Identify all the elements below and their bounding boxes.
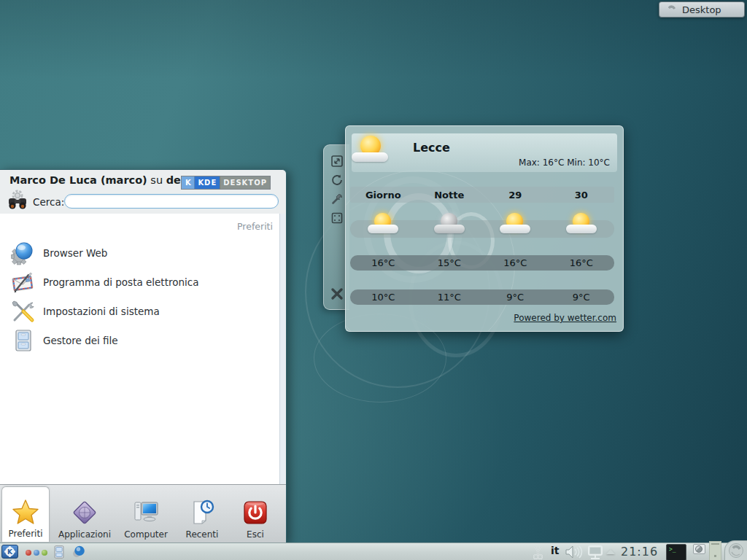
star-icon xyxy=(12,498,39,526)
favorite-item-label: Gestore dei file xyxy=(43,335,118,346)
kde-desktop-badge: K KDE DESKTOP xyxy=(181,176,271,190)
sun-cloud-icon xyxy=(498,211,532,238)
high-temp: 16°C xyxy=(549,257,615,268)
kde-badge-text: KDE xyxy=(195,176,220,189)
recent-document-clock-icon xyxy=(188,499,216,526)
applications-diamond-icon xyxy=(71,499,98,526)
computer-monitor-icon xyxy=(132,499,160,526)
tab-label: Esci xyxy=(247,529,264,540)
weather-col: Notte xyxy=(417,190,483,201)
kickoff-tab-bar: Preferiti Applicazioni xyxy=(0,484,286,542)
configure-wrench-icon[interactable] xyxy=(330,192,344,206)
section-header: Preferiti xyxy=(237,221,273,232)
favorite-item-filemanager[interactable]: Gestore dei file xyxy=(0,326,280,355)
sun-cloud-icon xyxy=(352,133,390,166)
low-temp: 11°C xyxy=(417,292,483,303)
weather-low-temps: 10°C 11°C 9°C 9°C xyxy=(350,289,614,305)
plasma-cashew-icon xyxy=(666,4,677,15)
kmail-envelope-icon xyxy=(11,270,36,295)
tab-label: Computer xyxy=(124,529,168,540)
konsole-terminal-icon[interactable]: >_ xyxy=(666,544,686,560)
favorite-item-mail[interactable]: Programma di posta elettronica xyxy=(0,268,280,297)
favorite-item-label: Impostazioni di sistema xyxy=(43,306,160,317)
file-manager-cabinet-icon xyxy=(11,328,36,353)
title-separator: su xyxy=(150,174,163,186)
resize-icon[interactable] xyxy=(330,155,344,168)
weather-high-temps: 16°C 15°C 16°C 16°C xyxy=(350,255,614,271)
tab-label: Recenti xyxy=(186,529,219,540)
favorite-item-browser[interactable]: Browser Web xyxy=(0,238,280,268)
kickoff-favorites-list: Preferiti xyxy=(0,214,285,486)
weather-column-headers: Giorno Notte 29 30 xyxy=(350,187,614,203)
quicklaunch-red-icon[interactable] xyxy=(26,550,31,556)
desktop-toolbox[interactable]: Desktop xyxy=(659,1,745,18)
search-label: Cerca: xyxy=(33,196,64,208)
panel-cashew-icon[interactable] xyxy=(724,540,747,560)
kde-k-menu-button[interactable]: K xyxy=(1,545,18,559)
tab-applicazioni[interactable]: Applicazioni xyxy=(56,487,113,542)
weather-tray-icon[interactable]: °C xyxy=(691,543,707,560)
keyboard-layout-indicator[interactable]: it xyxy=(551,545,560,556)
weather-city: Lecce xyxy=(413,141,450,155)
high-temp: 15°C xyxy=(417,257,483,268)
power-icon xyxy=(241,499,269,526)
svg-text:K: K xyxy=(7,548,13,556)
high-temp: 16°C xyxy=(482,257,549,268)
close-icon[interactable] xyxy=(330,287,344,301)
tab-esci[interactable]: Esci xyxy=(233,487,278,542)
klipper-scissors-icon[interactable] xyxy=(530,545,546,560)
weather-maxmin: Max: 16°C Min: 10°C xyxy=(519,158,610,168)
tray-expand-arrow-icon[interactable] xyxy=(606,549,615,554)
kde-badge-icon: K xyxy=(182,176,195,189)
sun-cloud-icon xyxy=(366,211,400,238)
tab-computer[interactable]: Computer xyxy=(119,487,173,542)
quicklaunch-blue-icon[interactable] xyxy=(34,550,39,556)
digital-clock[interactable]: 21:16 xyxy=(621,545,658,559)
tab-recenti[interactable]: Recenti xyxy=(177,487,227,542)
rotate-icon[interactable] xyxy=(330,174,344,187)
network-monitor-icon[interactable] xyxy=(587,545,604,559)
user-name: Marco De Luca (marco) xyxy=(9,174,147,186)
low-temp: 9°C xyxy=(482,292,549,303)
search-input[interactable] xyxy=(64,194,279,209)
weather-widget: Lecce Max: 16°C Min: 10°C Giorno Notte 2… xyxy=(345,125,624,332)
wetter-credit-link[interactable]: Powered by wetter.com xyxy=(514,313,616,323)
desktop-root: Desktop Lecce Max: 16°C Min: 10°C Giorno xyxy=(0,0,747,560)
desktop-toolbox-label: Desktop xyxy=(682,4,721,15)
search-binoculars-icon xyxy=(6,189,29,212)
favorite-item-systemsettings[interactable]: Impostazioni di sistema xyxy=(0,297,280,326)
weather-col: Giorno xyxy=(350,190,417,201)
bottom-panel: K xyxy=(0,542,747,560)
panel-mini-widget-strip[interactable] xyxy=(709,541,721,560)
system-settings-tools-icon xyxy=(11,299,36,324)
low-temp: 9°C xyxy=(549,292,615,303)
file-manager-cabinet-icon[interactable] xyxy=(52,545,66,559)
favorite-item-label: Browser Web xyxy=(43,247,107,259)
tab-label: Preferiti xyxy=(9,529,43,539)
high-temp: 16°C xyxy=(350,257,417,268)
scrollbar[interactable] xyxy=(279,214,285,486)
weather-col: 29 xyxy=(482,190,549,201)
weather-col: 30 xyxy=(549,190,615,201)
tab-label: Applicazioni xyxy=(58,529,111,540)
weather-header: Lecce Max: 16°C Min: 10°C xyxy=(352,133,617,172)
konqueror-globe-icon[interactable] xyxy=(72,545,86,559)
kickoff-user-title: Marco De Luca (marco) su debian xyxy=(9,174,206,186)
maximize-icon[interactable] xyxy=(330,211,344,225)
kickoff-menu: Marco De Luca (marco) su debian K KDE DE… xyxy=(0,169,287,543)
volume-icon[interactable] xyxy=(565,545,583,559)
konqueror-globe-icon xyxy=(11,241,36,265)
low-temp: 10°C xyxy=(350,292,417,303)
desktop-badge-text: DESKTOP xyxy=(220,176,270,189)
quicklaunch-green-icon[interactable] xyxy=(42,550,47,556)
sun-cloud-icon xyxy=(565,211,598,238)
moon-cloud-icon xyxy=(433,211,466,238)
weather-icon-row xyxy=(350,220,614,238)
favorite-item-label: Programma di posta elettronica xyxy=(43,276,198,288)
tab-preferiti[interactable]: Preferiti xyxy=(1,486,50,542)
